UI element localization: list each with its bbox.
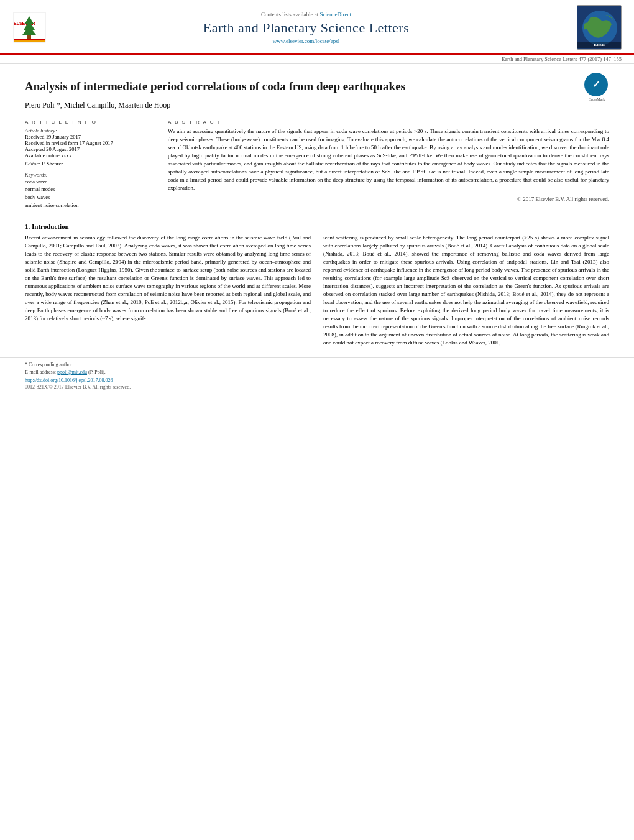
abstract-text: We aim at assessing quantitatively the n… [168,127,609,192]
history-label: Article history: [25,127,155,134]
intro-col-1: Recent advancement in seismology followe… [25,234,311,351]
available-date: Available online xxxx [25,152,155,159]
editor-name: P. Shearer [42,160,63,167]
keyword-4: ambient noise correlation [25,201,155,210]
article-footer: * Corresponding author. E-mail address: … [0,357,634,393]
abstract-col: A B S T R A C T We aim at assessing quan… [168,119,609,210]
intro-para-2: icant scattering is produced by small sc… [323,234,609,348]
earth-logo: EARTH EPSL [577,5,622,50]
header-center: Contents lists available at ScienceDirec… [47,11,566,44]
doi-line[interactable]: http://dx.doi.org/10.1016/j.epsl.2017.08… [25,377,609,383]
section-divider [25,216,609,216]
email-label: E-mail address: [25,369,56,375]
earth-logo-text: EPSL [577,42,621,48]
issn-line: 0012-821X/© 2017 Elsevier B.V. All right… [25,384,609,390]
journal-title: Earth and Planetary Science Letters [47,20,566,36]
article-title: Analysis of intermediate period correlat… [25,79,405,95]
keyword-3: body waves [25,193,155,201]
journal-header: ELSEVIER Contents lists available at Sci… [0,0,634,55]
earth-logo-container: EARTH EPSL [566,5,622,50]
intro-body: Recent advancement in seismology followe… [25,234,609,351]
article-info-label: A R T I C L E I N F O [25,119,155,125]
email-link[interactable]: ppoli@mit.edu [57,369,87,375]
article-body: Analysis of intermediate period correlat… [0,64,634,357]
keyword-2: normal modes [25,185,155,193]
article-info-abstract: A R T I C L E I N F O Article history: R… [25,119,609,210]
sciencedirect-label: Contents lists available at ScienceDirec… [47,11,566,17]
title-row: Analysis of intermediate period correlat… [25,70,609,101]
crossmark[interactable]: ✓ CrossMark [584,73,609,98]
abstract-copyright: © 2017 Elsevier B.V. All rights reserved… [168,196,609,202]
keywords-label: Keywords: [25,172,155,178]
elsevier-logo: ELSEVIER [12,11,47,44]
intro-number: 1. [25,223,30,230]
intro-heading: 1. Introduction [25,223,609,230]
citation-bar: Earth and Planetary Science Letters 477 … [0,55,634,64]
intro-title: Introduction [32,223,69,230]
keyword-1: coda wave [25,178,155,186]
crossmark-circle: ✓ [584,73,608,96]
received-date: Received 19 January 2017 [25,134,155,140]
email-suffix: (P. Poli). [88,369,106,375]
intro-para-1: Recent advancement in seismology followe… [25,234,311,323]
crossmark-label: CrossMark [584,98,609,101]
editor-label: Editor: [25,160,40,167]
keywords-section: Keywords: coda wave normal modes body wa… [25,172,155,210]
article-info-col: A R T I C L E I N F O Article history: R… [25,119,155,210]
svg-rect-7 [14,39,45,40]
footnote: * Corresponding author. E-mail address: … [25,361,609,375]
authors: Piero Poli *, Michel Campillo, Maarten d… [25,101,609,110]
page: ELSEVIER Contents lists available at Sci… [0,0,634,840]
svg-rect-8 [14,40,45,42]
abstract-label: A B S T R A C T [168,119,609,125]
editor-group: Editor: P. Shearer [25,160,155,167]
accepted-date: Accepted 20 August 2017 [25,146,155,152]
revised-date: Received in revised form 17 August 2017 [25,140,155,146]
history-group: Article history: Received 19 January 201… [25,127,155,159]
intro-col-2: icant scattering is produced by small sc… [323,234,609,351]
divider-1 [25,114,609,114]
journal-url[interactable]: www.elsevier.com/locate/epsl [47,38,566,44]
crossmark-icon: ✓ [592,79,600,90]
corresponding-note: * Corresponding author. [25,362,73,367]
sciencedirect-link[interactable]: ScienceDirect [320,11,351,17]
